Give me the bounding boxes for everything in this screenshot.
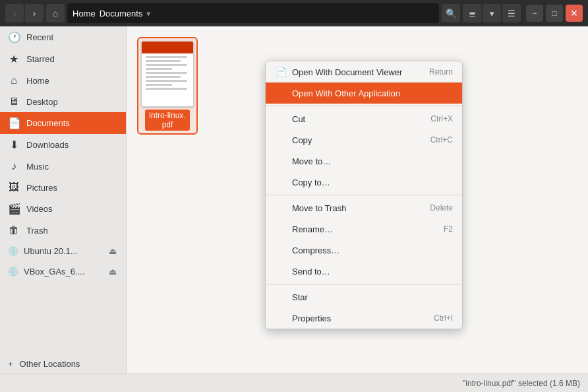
doc-viewer-icon: 📄 <box>275 66 287 78</box>
ubuntu-device-icon: 💿 <box>8 246 18 256</box>
status-text: "intro-linux.pdf" selected (1.6 MB) <box>463 379 580 388</box>
sidebar-item-documents[interactable]: 📄 Documents <box>0 112 126 134</box>
forward-button[interactable]: › <box>25 4 44 22</box>
copy-icon <box>275 134 287 146</box>
sidebar-item-downloads[interactable]: ⬇ Downloads <box>0 134 126 156</box>
ctx-separator-3 <box>266 284 462 284</box>
pdf-line-2 <box>146 60 181 62</box>
pdf-line-7 <box>146 80 187 82</box>
ctx-compress[interactable]: Compress… <box>266 240 462 261</box>
close-button[interactable]: ✕ <box>566 5 583 22</box>
ctx-label-properties: Properties <box>292 313 428 323</box>
cut-icon <box>275 113 287 125</box>
ctx-label-star: Star <box>292 292 448 302</box>
home-icon: ⌂ <box>53 8 58 18</box>
close-icon: ✕ <box>570 8 578 18</box>
back-button[interactable]: ‹ <box>5 4 24 22</box>
sidebar-item-pictures[interactable]: 🖼 Pictures <box>0 177 126 198</box>
ctx-shortcut-move-to-trash: Delete <box>430 203 453 212</box>
ctx-star[interactable]: Star <box>266 286 462 308</box>
recent-icon: 🕐 <box>8 31 20 44</box>
rename-icon <box>275 223 287 235</box>
sidebar-item-music[interactable]: ♪ Music <box>0 156 126 177</box>
eject-vbox-button[interactable]: ⏏ <box>107 265 118 278</box>
search-icon: 🔍 <box>446 9 457 18</box>
ctx-label-open-other-app: Open With Other Application <box>292 88 448 98</box>
eject-ubuntu-button[interactable]: ⏏ <box>107 245 118 257</box>
sidebar-device-ubuntu[interactable]: 💿 Ubuntu 20.1... ⏏ <box>0 241 126 261</box>
sidebar-item-desktop[interactable]: 🖥 Desktop <box>0 91 126 112</box>
sidebar-item-starred[interactable]: ★ Starred <box>0 48 126 70</box>
ctx-label-copy-to: Copy to… <box>292 178 448 187</box>
maximize-button[interactable]: □ <box>546 5 563 22</box>
ctx-shortcut-copy: Ctrl+C <box>430 135 453 145</box>
pdf-line-4 <box>146 68 172 70</box>
breadcrumb[interactable]: Home Documents ▾ <box>67 3 439 23</box>
ctx-label-move-to-trash: Move to Trash <box>292 203 425 213</box>
nav-buttons: ‹ › <box>5 4 44 22</box>
pdf-line-6 <box>146 76 181 78</box>
pdf-line-3 <box>146 64 187 66</box>
menu-icon: ☰ <box>508 9 515 18</box>
minimize-button[interactable]: − <box>526 5 543 22</box>
sidebar-item-videos[interactable]: 🎬 Videos <box>0 198 126 220</box>
maximize-icon: □ <box>552 9 556 18</box>
file-icon-intro-linux[interactable]: intro-linux. pdf <box>137 37 198 135</box>
view-dropdown-button[interactable]: ▾ <box>483 4 501 22</box>
ctx-copy[interactable]: Copy Ctrl+C <box>266 129 462 150</box>
ctx-rename[interactable]: Rename… F2 <box>266 218 462 240</box>
ctx-separator-1 <box>266 106 462 106</box>
starred-icon: ★ <box>8 53 20 65</box>
ctx-label-send-to: Send to… <box>292 267 448 277</box>
pictures-icon: 🖼 <box>8 181 20 193</box>
ctx-label-cut: Cut <box>292 114 425 124</box>
music-icon: ♪ <box>8 160 20 172</box>
move-to-icon <box>275 155 287 167</box>
ctx-open-other-app[interactable]: Open With Other Application <box>266 82 462 104</box>
star-icon <box>275 291 287 303</box>
send-to-icon <box>275 265 287 277</box>
sidebar-device-vbox[interactable]: 💿 VBox_GAs_6.... ⏏ <box>0 261 126 282</box>
ctx-label-compress: Compress… <box>292 245 448 255</box>
properties-icon <box>275 312 287 324</box>
pdf-line-9 <box>146 88 187 90</box>
view-dropdown-icon: ▾ <box>490 9 494 18</box>
titlebar: ‹ › ⌂ Home Documents ▾ 🔍 ≣ ▾ ☰ − □ ✕ <box>0 0 588 26</box>
breadcrumb-current: Documents <box>100 9 143 18</box>
ctx-cut[interactable]: Cut Ctrl+X <box>266 108 462 129</box>
sidebar-label-pictures: Pictures <box>26 183 57 193</box>
pdf-line-1 <box>146 56 187 58</box>
ctx-properties[interactable]: Properties Ctrl+I <box>266 308 462 329</box>
sidebar-item-recent[interactable]: 🕐 Recent <box>0 26 126 48</box>
move-trash-icon <box>275 202 287 214</box>
ctx-move-to[interactable]: Move to… <box>266 150 462 172</box>
list-view-button[interactable]: ≣ <box>463 4 481 22</box>
videos-icon: 🎬 <box>8 203 20 215</box>
sidebar-label-trash: Trash <box>26 226 48 236</box>
file-area: intro-linux. pdf 📄 Open With Document Vi… <box>127 26 588 374</box>
other-app-icon <box>275 87 287 99</box>
sidebar-item-other-locations[interactable]: + Other Locations <box>0 354 126 374</box>
ctx-label-copy: Copy <box>292 135 425 145</box>
sidebar-item-home[interactable]: ⌂ Home <box>0 70 126 91</box>
vbox-device-icon: 💿 <box>8 267 18 277</box>
ctx-open-doc-viewer[interactable]: 📄 Open With Document Viewer Return <box>266 61 462 82</box>
desktop-icon: 🖥 <box>8 96 20 108</box>
forward-icon: › <box>33 8 36 18</box>
ctx-send-to[interactable]: Send to… <box>266 261 462 282</box>
sidebar-label-starred: Starred <box>26 54 55 64</box>
statusbar: "intro-linux.pdf" selected (1.6 MB) <box>0 374 588 392</box>
back-icon: ‹ <box>13 8 16 18</box>
file-name-label: intro-linux. pdf <box>145 110 189 131</box>
menu-button[interactable]: ☰ <box>502 4 521 22</box>
ctx-copy-to[interactable]: Copy to… <box>266 172 462 193</box>
ctx-separator-2 <box>266 195 462 195</box>
view-buttons: ≣ ▾ ☰ <box>463 4 521 22</box>
context-menu: 📄 Open With Document Viewer Return Open … <box>265 61 463 329</box>
home-button[interactable]: ⌂ <box>46 4 65 22</box>
ctx-shortcut-properties: Ctrl+I <box>434 313 453 323</box>
search-button[interactable]: 🔍 <box>442 4 460 22</box>
ctx-move-to-trash[interactable]: Move to Trash Delete <box>266 197 462 218</box>
sidebar-item-trash[interactable]: 🗑 Trash <box>0 220 126 241</box>
ctx-label-move-to: Move to… <box>292 156 448 166</box>
